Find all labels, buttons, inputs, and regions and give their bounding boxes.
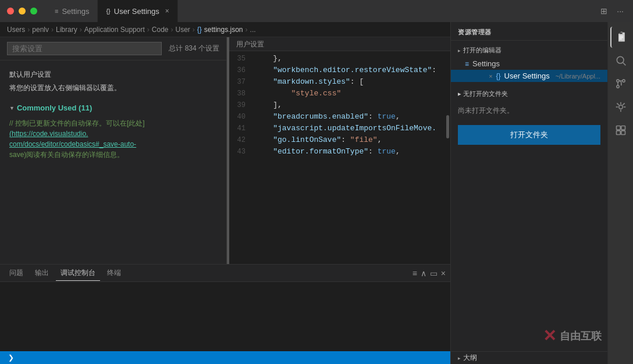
panel-content [0, 282, 450, 351]
activity-scm[interactable] [610, 73, 631, 94]
sidebar-header: 资源管理器 [451, 22, 607, 41]
status-bar-left: ❯ [6, 354, 16, 362]
sidebar-item-user-settings[interactable]: × {} User Settings ~/Library/Appl... [451, 70, 607, 82]
search-input[interactable] [12, 44, 157, 53]
sidebar-settings-label: Settings [472, 59, 500, 68]
comment-link2[interactable]: com/docs/editor/codebasics#_save-auto- [9, 140, 136, 148]
status-bar: ❯ [0, 351, 450, 364]
traffic-lights [7, 8, 37, 15]
tab-settings[interactable]: ≡ Settings [47, 0, 98, 22]
settings-tab-label: Settings [62, 7, 89, 16]
more-actions-icon[interactable]: ··· [614, 5, 626, 17]
search-bar: 总计 834 个设置 [0, 37, 226, 60]
activity-search[interactable] [610, 50, 631, 71]
svg-rect-16 [621, 126, 625, 130]
svg-rect-15 [616, 126, 620, 130]
search-input-wrap[interactable] [7, 42, 162, 55]
open-editors-arrow: ▸ [458, 48, 461, 53]
user-settings-sidebar-label: User Settings [504, 72, 550, 80]
settings-pane: 总计 834 个设置 默认用户设置 将您的设置放入右侧编辑器以覆盖。 Commo… [0, 37, 227, 264]
code-line-37: 37 "markdown.styles": [ [229, 77, 450, 88]
source-control-icon [615, 78, 627, 90]
breadcrumb-appsupport[interactable]: Application Support [84, 26, 145, 34]
code-line-40: 40 "breadcrumbs.enabled": true, [229, 112, 450, 123]
tab-problems[interactable]: 问题 [5, 266, 28, 280]
extensions-icon [615, 124, 627, 136]
sidebar-bottom: ▸ 大纲 [451, 351, 607, 364]
close-traffic-light[interactable] [7, 8, 14, 15]
code-line-42: 42 "go.lintOnSave": "file", [229, 135, 450, 147]
activity-explorer[interactable] [610, 27, 631, 48]
breadcrumb-library[interactable]: Library [56, 26, 77, 34]
tab-output[interactable]: 输出 [30, 266, 54, 280]
svg-rect-1 [619, 37, 623, 38]
user-settings-tab-icon: {} [106, 8, 110, 15]
activity-bar [607, 22, 633, 364]
svg-point-8 [618, 105, 623, 109]
code-line-36: 36 "workbench.editor.restoreViewState": [229, 65, 450, 77]
editor-tabs: ≡ Settings {} User Settings × [47, 0, 598, 22]
tab-debug-console[interactable]: 调试控制台 [56, 266, 100, 281]
user-settings-path: ~/Library/Appl... [556, 73, 600, 80]
svg-rect-0 [619, 36, 623, 37]
code-line-43: 43 "editor.formatOnType": true, [229, 147, 450, 158]
open-folder-button[interactable]: 打开文件夹 [458, 125, 600, 145]
code-line-41: 41 "javascript.updateImportsOnFileMove. [229, 123, 450, 135]
code-line-38: 38 "style.css" [229, 88, 450, 100]
split-editor-icon[interactable]: ⊞ [598, 5, 610, 17]
activity-extensions[interactable] [610, 120, 631, 141]
minimize-traffic-light[interactable] [19, 8, 26, 15]
settings-tab-icon: ≡ [55, 8, 58, 15]
breadcrumb-users[interactable]: Users [7, 26, 25, 34]
panel-tabs: 问题 输出 调试控制台 终端 ≡ ∧ ▭ × [0, 265, 450, 282]
svg-point-6 [622, 80, 624, 82]
default-settings-title: 默认用户设置 [0, 65, 226, 82]
no-folder-label: ▸ 无打开的文件夹 [458, 90, 508, 98]
breadcrumb-penlv[interactable]: penlv [32, 26, 49, 34]
svg-rect-18 [621, 131, 625, 135]
panel-layout-icon[interactable]: ▭ [430, 269, 438, 278]
panel-tab-icons: ≡ ∧ ▭ × [412, 269, 446, 278]
user-settings-close-icon[interactable]: × [489, 73, 492, 80]
panel-up-icon[interactable]: ∧ [421, 269, 426, 278]
activity-debug[interactable] [610, 97, 631, 117]
outline-arrow: ▸ [458, 355, 461, 361]
svg-rect-2 [619, 39, 621, 40]
sidebar-item-settings[interactable]: ≡ Settings [451, 58, 607, 70]
svg-rect-17 [616, 131, 620, 135]
svg-line-4 [623, 63, 625, 66]
no-folder-msg: 尚未打开文件夹。 [451, 101, 607, 120]
breadcrumb-user[interactable]: User [175, 26, 190, 34]
outline-bar[interactable]: ▸ 大纲 [451, 351, 607, 364]
open-editors-header[interactable]: ▸ 打开的编辑器 [451, 43, 607, 58]
code-pane: 用户设置 35 }, 36 "workbench.editor.restoreV… [229, 37, 450, 264]
svg-line-10 [623, 103, 624, 105]
settings-content: 默认用户设置 将您的设置放入右侧编辑器以覆盖。 Commonly Used (1… [0, 60, 226, 264]
breadcrumb-settings-json[interactable]: {} settings.json [197, 26, 243, 34]
bottom-panel: 问题 输出 调试控制台 终端 ≡ ∧ ▭ × [0, 264, 450, 351]
tab-user-settings[interactable]: {} User Settings × [98, 0, 177, 22]
user-settings-file-icon: {} [496, 72, 501, 80]
open-editors-section: ▸ 打开的编辑器 ≡ Settings × {} User Settings ~… [451, 41, 607, 84]
no-folder-header[interactable]: ▸ 无打开的文件夹 [451, 87, 607, 101]
fullscreen-traffic-light[interactable] [30, 8, 37, 15]
breadcrumb-code[interactable]: Code [152, 26, 169, 34]
breadcrumb-ellipsis[interactable]: ... [250, 26, 256, 34]
status-branch-icon[interactable]: ❯ [6, 354, 16, 362]
panel-close-icon[interactable]: × [441, 269, 446, 278]
open-editors-label: 打开的编辑器 [463, 46, 502, 55]
code-editor[interactable]: 35 }, 36 "workbench.editor.restoreViewSt… [229, 51, 450, 264]
comment-link[interactable]: (https://code.visualstudio. [9, 130, 88, 138]
titlebar-right: ⊞ ··· [598, 5, 626, 17]
no-folder-section: ▸ 无打开的文件夹 尚未打开文件夹。 打开文件夹 [451, 84, 607, 152]
settings-file-icon: ≡ [465, 60, 469, 68]
commonly-used-title[interactable]: Commonly Used (11) [0, 98, 226, 116]
svg-point-3 [617, 56, 624, 63]
explorer-icon [616, 31, 627, 43]
tab-close-icon[interactable]: × [165, 7, 169, 15]
autosave-comment: // 控制已更新文件的自动保存。可以在[此处] (https://code.vi… [0, 116, 226, 162]
panel-filter-icon[interactable]: ≡ [412, 269, 417, 278]
svg-point-7 [616, 85, 618, 88]
tab-terminal[interactable]: 终端 [102, 266, 126, 280]
code-line-35: 35 }, [229, 53, 450, 65]
